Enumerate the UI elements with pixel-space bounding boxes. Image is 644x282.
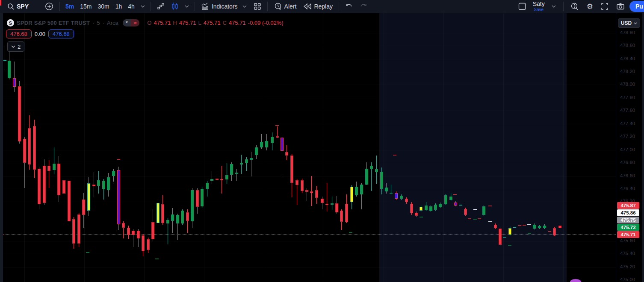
buy-sell-row: 476.68 0.00 476.68 — [6, 29, 74, 38]
grid-templates-icon — [254, 3, 261, 10]
left-toolbar-strip — [0, 13, 3, 282]
settings-button[interactable]: ⚙ — [584, 0, 596, 13]
alert-button[interactable]: Alert — [271, 0, 300, 12]
spread-value: 0.00 — [35, 31, 45, 37]
undo-icon — [345, 3, 353, 9]
axis-tick-label: 477.00 — [620, 147, 635, 152]
high-value: 475.71 — [179, 20, 196, 26]
toolbar-left-group: SPY 5m 15m 30m 1h 4h — [0, 0, 515, 12]
search-icon — [7, 3, 15, 10]
axis-tick-label: 478.60 — [620, 43, 635, 48]
fullscreen-button[interactable] — [598, 1, 612, 12]
axis-tick-label: 476.40 — [620, 186, 635, 191]
top-toolbar: SPY 5m 15m 30m 1h 4h — [0, 0, 644, 13]
low-label: L — [198, 20, 201, 26]
right-edge-strip — [642, 13, 644, 282]
symbol-search-button[interactable]: SPY — [4, 1, 32, 12]
timeframe-30m[interactable]: 30m — [95, 1, 112, 12]
axis-tick-label: 478.80 — [620, 30, 635, 35]
symbol-label: SPY — [17, 3, 29, 10]
currency-label: USD — [621, 20, 632, 26]
symbol-legend[interactable]: S SPDR S&P 500 ETF TRUST · 5 · Arca * ≈ … — [7, 19, 284, 26]
axis-tick-label: 477.40 — [620, 121, 635, 126]
plus-circle-icon — [45, 2, 53, 11]
publish-button[interactable]: Pu — [629, 1, 644, 12]
toolbar-right-group: Saty Save ⚙ — [515, 0, 644, 13]
toolbar-separator — [59, 2, 60, 11]
indicators-label: Indicators — [212, 3, 238, 10]
indicators-button[interactable]: Indicators — [198, 1, 250, 12]
timeframe-15m[interactable]: 15m — [77, 1, 94, 12]
open-value: 475.71 — [154, 20, 171, 26]
chart-style-candles-button[interactable] — [168, 0, 181, 12]
snapshot-button[interactable] — [613, 1, 628, 12]
chevron-down-icon — [634, 22, 637, 24]
data-flags-pill[interactable]: * ≈ — [123, 19, 140, 26]
timeframe-1h[interactable]: 1h — [113, 1, 125, 12]
sell-price-button[interactable]: 476.68 — [6, 29, 32, 38]
layout-chevron-icon[interactable] — [548, 5, 559, 8]
redo-button[interactable] — [357, 2, 370, 11]
previous-close-line — [3, 234, 616, 235]
symbol-description: SPDR S&P 500 ETF TRUST — [17, 20, 90, 26]
logo-arc-decoration — [570, 279, 581, 282]
replay-button[interactable]: Replay — [300, 1, 336, 12]
low-value: 475.71 — [204, 20, 221, 26]
indicator-collapse-button[interactable]: 2 — [7, 41, 24, 52]
step-line-chart-icon — [157, 3, 165, 10]
ohlc-readout: O475.71 H475.71 L475.71 C475.71 -0.09 (-… — [147, 20, 283, 26]
undo-button[interactable] — [342, 2, 356, 11]
timeframe-4h[interactable]: 4h — [125, 1, 137, 12]
gear-icon: ⚙ — [587, 2, 593, 11]
redo-icon — [360, 3, 367, 9]
price-badge-475.75: 475.75 — [617, 217, 639, 223]
indicators-icon — [201, 3, 210, 11]
symbol-logo: S — [7, 19, 14, 26]
notification-dot — [0, 0, 1, 6]
axis-tick-label: 478.40 — [620, 56, 635, 61]
close-value: 475.71 — [229, 20, 246, 26]
toolbar-separator — [267, 2, 268, 11]
timeframe-5m[interactable]: 5m — [63, 1, 77, 12]
alert-clock-icon — [274, 2, 282, 11]
chevron-down-icon — [11, 45, 15, 48]
high-label: H — [173, 20, 177, 26]
asterisk-flag-icon: * — [123, 19, 131, 26]
toolbar-separator — [151, 2, 151, 11]
axis-tick-label: 475.40 — [620, 251, 635, 256]
buy-price-button[interactable]: 476.68 — [48, 29, 74, 38]
quick-search-button[interactable] — [567, 0, 582, 12]
price-badge-475.71: 475.71 — [617, 231, 639, 238]
replay-label: Replay — [314, 3, 333, 10]
layout-name-button[interactable]: Saty Save — [531, 0, 547, 13]
fullscreen-icon — [601, 3, 609, 10]
after-hours-session-region — [379, 13, 567, 282]
close-label: C — [222, 20, 226, 26]
compare-add-symbol-button[interactable] — [42, 0, 56, 12]
currency-dropdown[interactable]: USD — [618, 18, 640, 28]
timeframe-menu-chevron-icon[interactable] — [138, 5, 148, 8]
axis-tick-label: 477.20 — [620, 134, 635, 139]
alert-label: Alert — [284, 3, 297, 10]
layout-name-label: Saty — [533, 1, 545, 7]
axis-tick-label: 477.60 — [620, 108, 635, 113]
axis-tick-label: 475.00 — [620, 277, 635, 282]
legend-interval: 5 — [97, 20, 100, 26]
chart-style-line-button[interactable] — [154, 1, 168, 12]
indicator-templates-button[interactable] — [251, 1, 264, 12]
layout-save-label[interactable]: Save — [534, 8, 544, 12]
change-value: -0.09 (-0.02%) — [248, 20, 284, 26]
axis-tick-label: 475.60 — [620, 238, 635, 243]
toolbar-separator — [339, 2, 339, 11]
price-badge-475.72: 475.72 — [617, 224, 639, 231]
candlestick-chart-icon — [171, 2, 178, 11]
layout-select-button[interactable] — [515, 0, 529, 12]
legend-dot: · — [103, 20, 104, 26]
chart-style-chevron-icon[interactable] — [182, 5, 192, 8]
quick-search-icon — [570, 2, 579, 11]
toolbar-separator — [563, 2, 564, 11]
price-badge-475.87: 475.87 — [617, 202, 639, 209]
legend-dot: · — [92, 20, 94, 26]
layout-square-icon — [518, 2, 526, 11]
approx-flag-icon: ≈ — [131, 19, 140, 26]
